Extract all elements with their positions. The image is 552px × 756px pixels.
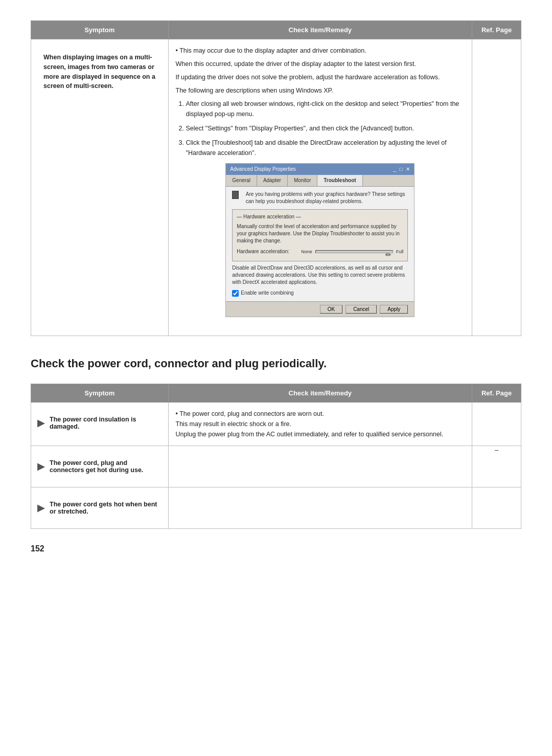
page-number: 152 xyxy=(31,544,521,553)
symptom-label-2: The power cord, plug and connectors get … xyxy=(50,459,162,474)
remedy-line3: If updating the driver does not solve th… xyxy=(176,72,465,82)
remedy-step-2: Select "Settings" from "Display Properti… xyxy=(186,123,465,134)
remedy-header-2: Check item/Remedy xyxy=(168,384,472,402)
symptom-col-r3: ▶ The power cord gets hot when bent or s… xyxy=(31,487,169,528)
remedy-step-3: Click the [Troubleshoot] tab and disable… xyxy=(186,138,465,158)
screen-section-desc: Manually control the level of accelerati… xyxy=(237,223,403,244)
remedy-text-1: • The power cord, plug and connectors ar… xyxy=(169,403,472,446)
remedy-r1-line2: This may result in electric shock or a f… xyxy=(176,420,291,428)
cancel-button[interactable]: Cancel xyxy=(346,305,377,314)
table-row: ▶ The power cord gets hot when bent or s… xyxy=(31,487,521,528)
screen-tabs: General Adapter Monitor Troubleshoot xyxy=(226,175,414,187)
screen-hw-section: — Hardware acceleration — Manually contr… xyxy=(232,209,408,261)
remedy-steps: After closing all web browser windows, r… xyxy=(186,99,465,158)
remedy-r1-line1: The power cord, plug and connectors are … xyxy=(179,410,324,417)
ref-header-2: Ref. Page xyxy=(472,384,521,402)
remedy-col-r3 xyxy=(168,487,472,528)
slider-label: Hardware acceleration: xyxy=(237,248,298,256)
tab-general: General xyxy=(226,175,257,186)
symptom-label-3: The power cord gets hot when bent or str… xyxy=(50,501,162,515)
slider-min: None xyxy=(301,248,312,255)
remedy-col-r2 xyxy=(168,446,472,487)
bullet-2: • xyxy=(176,410,180,417)
section2-heading: Check the power cord, connector and plug… xyxy=(31,357,521,371)
remedy-content-1: • This may occur due to the display adap… xyxy=(176,46,465,317)
symptom-header-2: Symptom xyxy=(31,384,169,402)
screen-title-bar: Advanced Display Properties _ □ ✕ xyxy=(226,164,414,175)
slider-track: ✏ xyxy=(315,250,393,253)
remedy-cell-1: • This may occur due to the display adap… xyxy=(168,39,472,336)
ref-col-r3 xyxy=(472,487,521,528)
arrow-icon-1: ▶ xyxy=(37,417,44,429)
symptom-text-1: When displaying images on a multi-screen… xyxy=(38,46,161,98)
screen-question-area: Are you having problems with your graphi… xyxy=(232,191,408,205)
screen-checkbox: Enable write combining xyxy=(232,289,408,297)
screen-body: Are you having problems with your graphi… xyxy=(226,187,414,301)
symptom-col-r2: ▶ The power cord, plug and connectors ge… xyxy=(31,446,169,487)
remedy-header: Check item/Remedy xyxy=(168,21,472,39)
screen-section-title: — Hardware acceleration — xyxy=(237,213,403,221)
tab-adapter: Adapter xyxy=(257,175,288,186)
symptom-col-r1: ▶ The power cord insulation is damaged. xyxy=(31,402,169,446)
screen-title: Advanced Display Properties xyxy=(230,165,295,173)
remedy-line2: When this occurred, update the driver of… xyxy=(176,59,465,69)
tab-monitor: Monitor xyxy=(288,175,317,186)
table-row: ▶ The power cord insulation is damaged. … xyxy=(31,402,521,446)
table-row: ▶ The power cord, plug and connectors ge… xyxy=(31,446,521,487)
remedy-step-1: After closing all web browser windows, r… xyxy=(186,99,465,119)
slider-row: Hardware acceleration: None ✏ Full xyxy=(237,248,403,256)
checkbox-label: Enable write combining xyxy=(241,289,293,297)
write-combining-checkbox[interactable] xyxy=(232,290,239,297)
symptom-cell-1: When displaying images on a multi-screen… xyxy=(31,39,169,336)
screenshot-sim: Advanced Display Properties _ □ ✕ Genera… xyxy=(225,163,415,317)
bullet: • xyxy=(176,47,180,54)
symptom-item-3: ▶ The power cord gets hot when bent or s… xyxy=(31,487,168,528)
screen-controls: _ □ ✕ xyxy=(393,165,410,173)
symptom-header: Symptom xyxy=(31,21,169,39)
remedy-r1-line3: Unplug the power plug from the AC outlet… xyxy=(176,431,444,438)
screen-desc2: Disable all DirectDraw and Direct3D acce… xyxy=(232,264,408,286)
arrow-icon-2: ▶ xyxy=(37,461,44,472)
apply-button[interactable]: Apply xyxy=(380,305,408,314)
bottom-trouble-table: Symptom Check item/Remedy Ref. Page ▶ Th… xyxy=(31,384,521,529)
ref-col-r2: – xyxy=(472,446,521,487)
tab-troubleshoot: Troubleshoot xyxy=(317,175,362,186)
remedy-col-r1: • The power cord, plug and connectors ar… xyxy=(168,402,472,446)
slider-max: Full xyxy=(396,248,404,255)
remedy-intro: • This may occur due to the display adap… xyxy=(176,46,465,56)
ref-col-r1 xyxy=(472,402,521,446)
ref-header: Ref. Page xyxy=(472,21,521,39)
symptom-label-1: The power cord insulation is damaged. xyxy=(50,416,162,430)
ref-dash-1: – xyxy=(495,446,498,454)
remedy-line4: The following are descriptions when usin… xyxy=(176,85,465,96)
screen-question-text: Are you having problems with your graphi… xyxy=(246,191,408,205)
symptom-item-1: ▶ The power cord insulation is damaged. xyxy=(31,403,168,443)
ref-cell-1 xyxy=(472,39,521,336)
screen-buttons: OK Cancel Apply xyxy=(226,301,414,317)
arrow-icon-3: ▶ xyxy=(37,502,44,514)
symptom-item-2: ▶ The power cord, plug and connectors ge… xyxy=(31,446,168,487)
ok-button[interactable]: OK xyxy=(320,305,342,314)
monitor-icon xyxy=(232,191,239,199)
top-trouble-table: Symptom Check item/Remedy Ref. Page When… xyxy=(31,20,521,336)
